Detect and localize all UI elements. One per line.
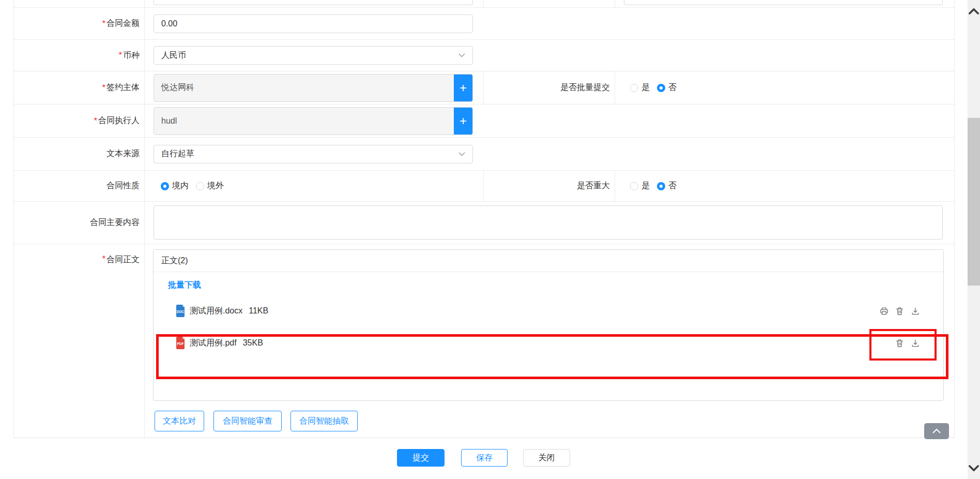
batch-submit-option-yes[interactable]: 是: [630, 82, 650, 93]
truncated-input-left[interactable]: [154, 0, 473, 5]
trash-icon[interactable]: [895, 338, 905, 348]
major-option-no[interactable]: 否: [657, 181, 677, 191]
contract-form-page: * 合同金额 0.00 * 币种 人民币: [0, 0, 980, 479]
row-text-source: 文本来源 自行起草: [14, 138, 954, 171]
signer-value: 悦达网科: [161, 82, 194, 93]
required-asterisk: *: [102, 83, 105, 93]
row-nature: 合同性质 境内 境外 是否重大: [14, 171, 954, 202]
radio-nature-domestic-label: 境内: [172, 181, 189, 191]
scrollbar-thumb[interactable]: [968, 118, 980, 286]
back-to-top-icon: [932, 428, 941, 434]
executor-input[interactable]: hudl: [154, 108, 454, 134]
row-main-content: 合同主要内容: [14, 202, 954, 244]
amount-input[interactable]: 0.00: [154, 14, 473, 33]
signer-picker: 悦达网科 +: [154, 74, 473, 102]
major-radios: 是 否: [615, 171, 677, 201]
back-to-top-button[interactable]: [924, 423, 949, 439]
radio-batch-yes[interactable]: [630, 84, 638, 92]
contract-form-table: * 合同金额 0.00 * 币种 人民币: [13, 0, 955, 438]
file-size: 35KB: [243, 338, 263, 348]
radio-nature-overseas-label: 境外: [207, 181, 224, 191]
contract-body-label: 合同正文: [106, 255, 140, 265]
scroll-down-arrow[interactable]: [968, 460, 980, 476]
doc-file-icon: DOC: [175, 305, 186, 317]
save-button[interactable]: 保存: [461, 449, 508, 467]
text-source-select[interactable]: 自行起草: [154, 145, 473, 163]
plus-icon: +: [460, 114, 467, 128]
batch-submit-label-cell: 是否批量提交: [483, 71, 615, 104]
svg-text:PDF: PDF: [177, 342, 184, 346]
main-content-textarea[interactable]: [154, 205, 943, 240]
scroll-down-icon: [969, 465, 979, 472]
svg-text:DOC: DOC: [177, 310, 185, 313]
text-source-value: 自行起草: [161, 148, 194, 159]
smart-extract-button[interactable]: 合同智能抽取: [290, 411, 358, 431]
radio-batch-yes-label: 是: [641, 82, 650, 93]
chevron-down-icon: [458, 152, 465, 156]
executor-picker: hudl +: [154, 107, 473, 135]
batch-submit-label: 是否批量提交: [560, 82, 610, 93]
submit-button[interactable]: 提交: [397, 449, 445, 467]
radio-major-no-label: 否: [668, 181, 677, 191]
batch-download-link[interactable]: 批量下载: [168, 280, 201, 291]
signer-add-button[interactable]: +: [454, 74, 472, 101]
text-source-label: 文本来源: [106, 148, 140, 159]
signer-input[interactable]: 悦达网科: [154, 74, 454, 101]
radio-major-yes[interactable]: [630, 182, 638, 190]
file-name[interactable]: 测试用例.pdf: [190, 338, 237, 349]
pdf-file-icon: PDF: [175, 337, 186, 349]
file-row-docx: DOC 测试用例.docx 11KB: [154, 303, 943, 319]
attachments-title: 正文(2): [161, 256, 188, 266]
truncated-input-right[interactable]: [624, 0, 943, 5]
plus-icon: +: [460, 81, 467, 95]
required-asterisk: *: [102, 255, 105, 264]
file-name[interactable]: 测试用例.docx: [190, 306, 242, 317]
vertical-scrollbar[interactable]: [968, 0, 980, 479]
file-size: 11KB: [249, 306, 268, 316]
required-asterisk: *: [102, 19, 105, 28]
batch-submit-option-no[interactable]: 否: [657, 82, 677, 93]
executor-label: 合同执行人: [98, 115, 140, 126]
batch-submit-radios: 是 否: [615, 71, 677, 104]
signer-label: 签约主体: [106, 82, 140, 93]
currency-label: 币种: [123, 50, 140, 61]
radio-major-no[interactable]: [657, 182, 665, 190]
main-content-label: 合同主要内容: [90, 217, 140, 228]
radio-nature-overseas[interactable]: [196, 182, 204, 190]
scroll-up-arrow[interactable]: [968, 3, 980, 19]
smart-review-button[interactable]: 合同智能审查: [213, 411, 282, 431]
major-label: 是否重大: [577, 181, 610, 191]
radio-nature-domestic[interactable]: [161, 182, 169, 190]
trash-icon[interactable]: [895, 306, 905, 316]
download-icon[interactable]: [910, 338, 921, 348]
row-signer: * 签约主体 悦达网科 + 是否批量提交: [14, 71, 954, 104]
amount-value: 0.00: [161, 19, 177, 28]
executor-add-button[interactable]: +: [454, 108, 472, 134]
currency-select[interactable]: 人民币: [154, 46, 473, 65]
nature-label: 合同性质: [106, 181, 140, 191]
required-asterisk: *: [94, 116, 97, 126]
required-asterisk: *: [119, 51, 122, 60]
row-contract-amount: * 合同金额 0.00: [14, 8, 954, 40]
major-label-cell: 是否重大: [483, 171, 615, 201]
radio-batch-no[interactable]: [657, 84, 665, 92]
download-icon[interactable]: [910, 306, 921, 316]
nature-option-domestic[interactable]: 境内: [161, 181, 189, 191]
file-row-pdf: PDF 测试用例.pdf 35KB: [154, 335, 943, 351]
major-option-yes[interactable]: 是: [630, 181, 650, 191]
nature-option-overseas[interactable]: 境外: [196, 181, 224, 191]
text-compare-button[interactable]: 文本比对: [155, 411, 204, 431]
close-button[interactable]: 关闭: [523, 449, 570, 467]
amount-label: 合同金额: [106, 18, 140, 29]
radio-batch-no-label: 否: [668, 82, 677, 93]
truncated-label-cell: [14, 0, 145, 7]
truncated-content: [145, 0, 954, 7]
radio-major-yes-label: 是: [641, 181, 650, 191]
executor-value: hudl: [161, 116, 177, 126]
scroll-up-icon: [969, 8, 979, 14]
print-icon[interactable]: [879, 306, 889, 316]
currency-value: 人民币: [161, 50, 186, 61]
row-contract-body: * 合同正文 正文(2) 批量下载 DOC: [14, 244, 954, 438]
attachments-panel: 正文(2) 批量下载 DOC 测试用例.docx 11KB: [153, 249, 944, 401]
chevron-down-icon: [458, 53, 465, 57]
